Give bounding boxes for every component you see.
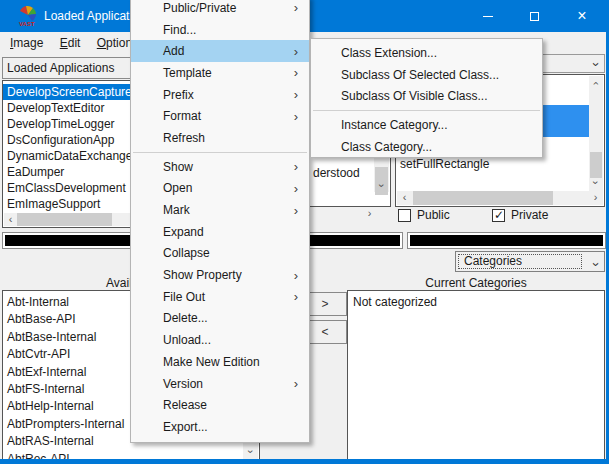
submenu-arrow-icon xyxy=(294,289,298,304)
check-icon: ✓ xyxy=(494,208,504,222)
submenu-item-class-extension[interactable]: Class Extension... xyxy=(311,42,542,64)
submenu-arrow-icon xyxy=(294,181,298,196)
submenu-arrow-icon xyxy=(294,0,298,15)
private-checkbox-label: Private xyxy=(511,207,548,223)
scroll-up-icon[interactable]: › xyxy=(589,77,602,90)
submenu-arrow-icon xyxy=(294,268,298,283)
scroll-down-icon[interactable]: › xyxy=(375,179,388,192)
list-item[interactable]: derstood xyxy=(313,165,360,181)
scrollbar-thumb[interactable] xyxy=(413,191,553,205)
menu-item-public-private[interactable]: Public/Private xyxy=(131,0,309,19)
menu-item-add[interactable]: Add xyxy=(131,40,309,62)
menu-item-collapse[interactable]: Collapse xyxy=(131,243,309,265)
menu-separator xyxy=(131,149,309,156)
add-submenu: Class Extension... Subclass Of Selected … xyxy=(310,38,543,158)
scroll-down-icon[interactable]: › xyxy=(589,176,602,189)
maximize-icon xyxy=(530,12,539,21)
menu-item-export[interactable]: Export... xyxy=(131,416,309,438)
private-checkbox[interactable]: ✓ xyxy=(492,209,505,222)
public-checkbox[interactable] xyxy=(398,209,411,222)
svg-text:VAST: VAST xyxy=(19,21,35,27)
submenu-arrow-icon xyxy=(294,44,298,59)
menu-item-release[interactable]: Release xyxy=(131,394,309,416)
vast-app-icon: VAST xyxy=(18,5,38,27)
menu-item-template[interactable]: Template xyxy=(131,62,309,84)
scroll-left-icon[interactable]: ‹ xyxy=(4,213,17,226)
chevron-down-icon: › xyxy=(588,62,603,66)
scroll-down-icon[interactable]: › xyxy=(244,445,257,458)
submenu-item-class-category[interactable]: Class Category... xyxy=(311,136,542,158)
submenu-item-instance-category[interactable]: Instance Category... xyxy=(311,114,542,136)
close-icon: × xyxy=(577,7,586,25)
menu-item-show-property[interactable]: Show Property xyxy=(131,264,309,286)
app-window: VAST Loaded Applications × Image Edit Op… xyxy=(0,0,609,464)
menu-item-file-out[interactable]: File Out xyxy=(131,286,309,308)
window-border-bottom xyxy=(0,459,609,464)
close-button[interactable]: × xyxy=(558,0,606,32)
scroll-left-icon[interactable]: ‹ xyxy=(398,191,411,204)
current-categories-list: Not categorized xyxy=(347,290,605,462)
menu-separator xyxy=(311,107,542,114)
scrollbar-thumb[interactable] xyxy=(590,152,602,178)
submenu-arrow-icon xyxy=(294,376,298,391)
submenu-arrow-icon xyxy=(294,159,298,174)
menu-item-show[interactable]: Show xyxy=(131,156,309,178)
current-categories-label: Current Categories xyxy=(347,276,605,290)
menu-item-mark[interactable]: Mark xyxy=(131,199,309,221)
menubar-item-edit[interactable]: Edit xyxy=(60,32,81,54)
menu-item-format[interactable]: Format xyxy=(131,105,309,127)
context-menu: Public/Private Find... Add Template Pref… xyxy=(130,0,310,443)
menu-item-delete[interactable]: Delete... xyxy=(131,308,309,330)
menu-item-version[interactable]: Version xyxy=(131,373,309,395)
scrollbar-thumb[interactable] xyxy=(17,213,112,226)
menu-item-prefix[interactable]: Prefix xyxy=(131,84,309,106)
focus-rectangle xyxy=(458,254,582,269)
menu-item-make-new-edition[interactable]: Make New Edition xyxy=(131,351,309,373)
minimize-icon xyxy=(483,16,493,17)
right-divider-bar[interactable] xyxy=(408,233,605,248)
public-checkbox-label: Public xyxy=(417,207,450,223)
submenu-arrow-icon xyxy=(294,203,298,218)
menu-item-expand[interactable]: Expand xyxy=(131,221,309,243)
menu-item-find[interactable]: Find... xyxy=(131,19,309,41)
submenu-arrow-icon xyxy=(294,87,298,102)
methods-vertical-scrollbar[interactable]: › › xyxy=(589,76,603,192)
categories-dropdown-button[interactable]: Categories › xyxy=(455,251,605,272)
menu-item-open[interactable]: Open xyxy=(131,178,309,200)
submenu-item-subclass-of-visible-class[interactable]: Subclass Of Visible Class... xyxy=(311,85,542,107)
list-item[interactable]: Not categorized xyxy=(353,294,604,311)
submenu-arrow-icon xyxy=(294,65,298,80)
minimize-button[interactable] xyxy=(464,0,511,32)
menu-item-refresh[interactable]: Refresh xyxy=(131,127,309,149)
scroll-right-icon[interactable]: › xyxy=(363,207,376,220)
menubar-item-image[interactable]: Image xyxy=(10,32,43,54)
menu-item-unload[interactable]: Unload... xyxy=(131,329,309,351)
scroll-right-icon[interactable]: › xyxy=(589,191,602,204)
maximize-button[interactable] xyxy=(511,0,558,32)
submenu-item-subclass-of-selected-class[interactable]: Subclass Of Selected Class... xyxy=(311,64,542,86)
methods-horizontal-scrollbar[interactable]: ‹ › xyxy=(397,191,603,205)
submenu-arrow-icon xyxy=(294,109,298,124)
chevron-down-icon: › xyxy=(586,262,605,266)
